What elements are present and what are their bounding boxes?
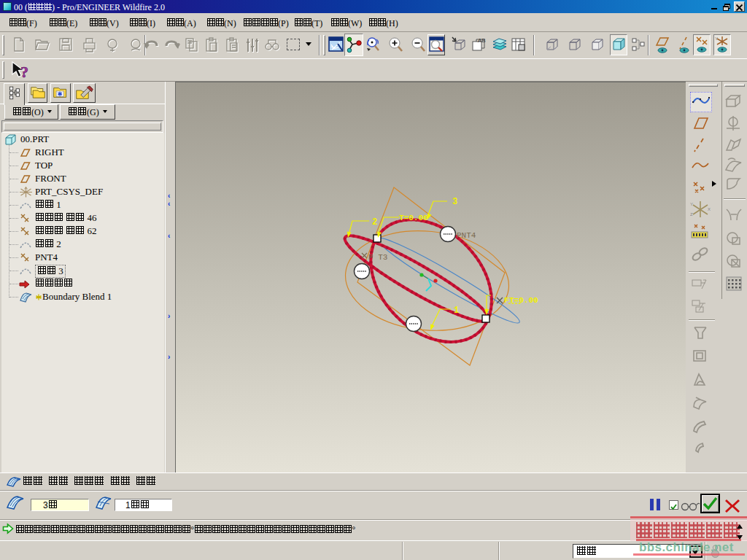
svg-text:X: X [708, 207, 711, 211]
svg-text:1: 1 [454, 306, 459, 316]
svg-text:PNT4: PNT4 [457, 231, 476, 240]
svg-text:Y: Y [690, 202, 693, 206]
svg-text:2: 2 [372, 217, 377, 228]
svg-text:P T3: P T3 [368, 253, 387, 262]
svg-text:Z: Z [690, 212, 693, 217]
svg-text:Y: Y [715, 36, 718, 41]
svg-text:AB: AB [478, 37, 486, 44]
svg-text:F: F [504, 296, 509, 305]
svg-text:3: 3 [452, 197, 457, 207]
svg-text:T=0.00: T=0.00 [399, 214, 428, 222]
svg-text:?: ? [20, 63, 28, 80]
